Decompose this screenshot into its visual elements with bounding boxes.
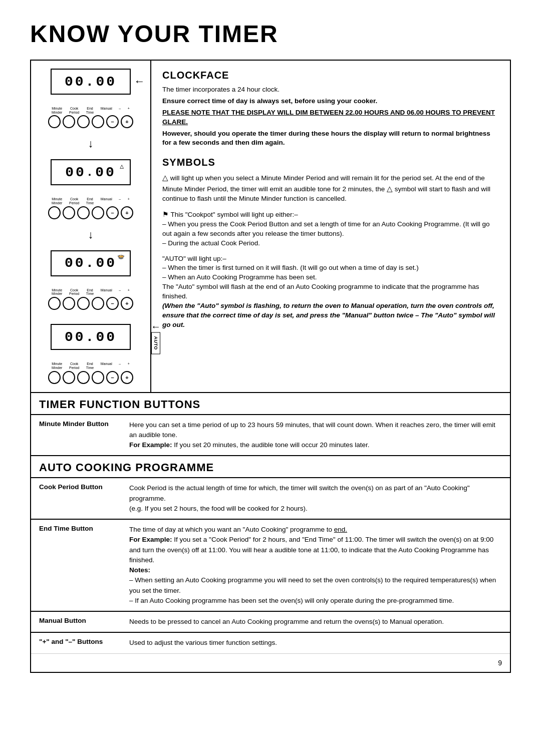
minute-minder-row: Minute Minder Button Here you can set a …	[31, 415, 510, 457]
circles-row-1: – +	[48, 115, 133, 128]
button-labels-4: MinuteMinder CookPeriod EndTime Manual –…	[51, 362, 131, 369]
end-time-example-text: If you set a "Cook Period" for 2 hours, …	[129, 536, 493, 564]
cookpot-icon-3: 🍲	[117, 253, 127, 260]
circle-btn-et-2[interactable]	[77, 206, 90, 219]
end-time-example-bold: For Example:	[129, 536, 172, 543]
circle-btn-cp-3[interactable]	[63, 297, 75, 310]
circle-btn-minus-3[interactable]: –	[106, 297, 119, 310]
clock-time-1: 00.00	[65, 74, 117, 90]
clock-unit-3: 00.00 🍲 MinuteMinder CookPeriod EndTime …	[37, 250, 144, 310]
clock-unit-4: 00.00 ← AUTO MinuteMinder CookPeriod End…	[37, 324, 144, 384]
label-minus: –	[119, 107, 121, 114]
bottom-sections: TIMER FUNCTION BUTTONS Minute Minder But…	[30, 393, 511, 673]
auto-cooking-header: AUTO COOKING PROGRAMME	[31, 456, 510, 478]
timer-function-header: TIMER FUNCTION BUTTONS	[31, 393, 510, 415]
circle-btn-et-1[interactable]	[77, 115, 90, 128]
button-labels-3: MinuteMinder CookPeriod EndTime Manual –…	[51, 288, 131, 296]
auto-label-display: AUTO	[151, 332, 160, 354]
circle-btn-mm-2[interactable]	[48, 206, 61, 219]
page-title: KNOW YOUR TIMER	[30, 20, 511, 48]
circle-btn-minus-1[interactable]: –	[106, 115, 119, 128]
page-number-text: 9	[498, 659, 502, 667]
cookpot-line2: – During the actual Cook Period.	[162, 239, 499, 248]
page-number: 9	[31, 654, 510, 672]
notes-block: Notes: – When setting an Auto Cooking pr…	[129, 565, 502, 606]
clockface-section: CLOCKFACE The timer incorporates a 24 ho…	[162, 70, 499, 148]
minute-minder-label: Minute Minder Button	[39, 420, 129, 428]
arrow-down-2: ↓	[88, 228, 94, 241]
circle-btn-plus-2[interactable]: +	[121, 206, 133, 219]
plus-minus-row: "+" and "–" Buttons Used to adjust the v…	[31, 633, 510, 653]
auto-cooking-title: AUTO COOKING PROGRAMME	[39, 461, 502, 474]
clockface-text: The timer incorporates a 24 hour clock. …	[162, 85, 499, 148]
clock-time-2b: 00	[95, 165, 116, 180]
circle-btn-man-3[interactable]	[92, 297, 104, 310]
auto-intro: "AUTO" will light up:–	[162, 254, 499, 264]
left-clock-panel: 00.00 MinuteMinder CookPeriod EndTime Ma…	[31, 61, 151, 392]
clock-display-2: 00 . 00 △	[51, 159, 131, 185]
circle-btn-plus-4[interactable]: +	[121, 371, 133, 384]
label-end-time: EndTime	[86, 107, 94, 114]
main-content-box: 00.00 MinuteMinder CookPeriod EndTime Ma…	[30, 60, 511, 393]
label-manual: Manual	[101, 107, 112, 114]
clock-display-1: 00.00	[51, 69, 131, 95]
bell-symbol-block: △ will light up when you select a Minute…	[162, 172, 499, 204]
clockface-title: CLOCKFACE	[162, 70, 499, 81]
clockface-para1: The timer incorporates a 24 hour clock.	[162, 85, 499, 95]
circle-btn-mm-3[interactable]	[48, 297, 61, 310]
buttons-row-3: MinuteMinder CookPeriod EndTime Manual –…	[37, 288, 144, 310]
symbols-title: SYMBOLS	[162, 157, 499, 168]
buttons-row-2: MinuteMinder CookPeriod EndTime Manual –…	[37, 197, 144, 219]
timer-function-title: TIMER FUNCTION BUTTONS	[39, 398, 502, 411]
circle-btn-mm-4[interactable]	[48, 371, 61, 384]
circle-btn-mm-1[interactable]	[48, 115, 61, 128]
cook-period-desc: Cook Period is the actual length of time…	[129, 483, 502, 514]
auto-line1: – When the timer is first turned on it w…	[162, 263, 499, 273]
cookpot-symbol-block: ⚑ This "Cookpot" symbol will light up ei…	[162, 210, 499, 248]
circle-btn-man-4[interactable]	[92, 371, 104, 384]
cook-period-label: Cook Period Button	[39, 483, 129, 491]
plus-minus-desc: Used to adjust the various timer functio…	[129, 638, 502, 648]
cookpot-intro: This "Cookpot" symbol will light up eith…	[171, 211, 298, 218]
cookpot-line1: – When you press the Cook Period Button …	[162, 220, 499, 239]
cookpot-intro-line: ⚑ This "Cookpot" symbol will light up ei…	[162, 210, 499, 220]
cook-period-row: Cook Period Button Cook Period is the ac…	[31, 478, 510, 520]
minute-minder-example-text: If you set 20 minutes, the audible tone …	[174, 441, 369, 449]
end-time-desc-text: The time of day at which you want an "Au…	[129, 525, 502, 535]
buttons-row-1: MinuteMinder CookPeriod EndTime Manual –…	[37, 107, 144, 128]
clock-display-4: 00.00	[51, 324, 131, 350]
clock-unit-2: 00 . 00 △ MinuteMinder CookPeriod EndTim…	[37, 159, 144, 219]
button-labels-1: MinuteMinder CookPeriod EndTime Manual –…	[51, 107, 131, 114]
circle-btn-man-1[interactable]	[92, 115, 104, 128]
notes-label: Notes:	[129, 566, 150, 574]
circle-btn-cp-1[interactable]	[63, 115, 75, 128]
end-time-desc: The time of day at which you want an "Au…	[129, 525, 502, 606]
bell-symbol-icon: △	[162, 173, 168, 182]
circle-btn-et-3[interactable]	[77, 297, 90, 310]
arrow-right-4: ←	[151, 321, 161, 332]
clock-4-wrapper: 00.00 ← AUTO	[51, 324, 131, 351]
clock-time-2: 00	[65, 165, 86, 180]
manual-button-label: Manual Button	[39, 617, 129, 624]
clock-dot-2: .	[86, 166, 95, 179]
auto-arrow-group: ← AUTO	[151, 321, 161, 354]
circle-btn-plus-1[interactable]: +	[121, 115, 133, 128]
end-word: end.	[334, 526, 347, 533]
manual-button-desc: Needs to be pressed to cancel an Auto Co…	[129, 617, 502, 627]
circle-btn-minus-4[interactable]: –	[106, 371, 119, 384]
right-text-panel: CLOCKFACE The timer incorporates a 24 ho…	[151, 61, 510, 392]
circle-btn-cp-2[interactable]	[63, 206, 75, 219]
clock-time-3: 00.00	[65, 255, 117, 271]
clock-time-4: 00.00	[65, 329, 117, 345]
label-plus: +	[128, 107, 130, 114]
clockface-para4: However, should you operate the timer du…	[162, 129, 499, 148]
cookpot-icon: ⚑	[162, 210, 169, 218]
circle-btn-man-2[interactable]	[92, 206, 104, 219]
circle-btn-cp-4[interactable]	[63, 371, 75, 384]
circle-btn-et-4[interactable]	[77, 371, 90, 384]
auto-symbol-block: "AUTO" will light up:– – When the timer …	[162, 254, 499, 330]
circle-btn-minus-2[interactable]: –	[106, 206, 119, 219]
circle-btn-plus-3[interactable]: +	[121, 297, 133, 310]
clockface-para2: Ensure correct time of day is always set…	[162, 97, 499, 106]
end-time-example-line: For Example: If you set a "Cook Period" …	[129, 535, 502, 565]
